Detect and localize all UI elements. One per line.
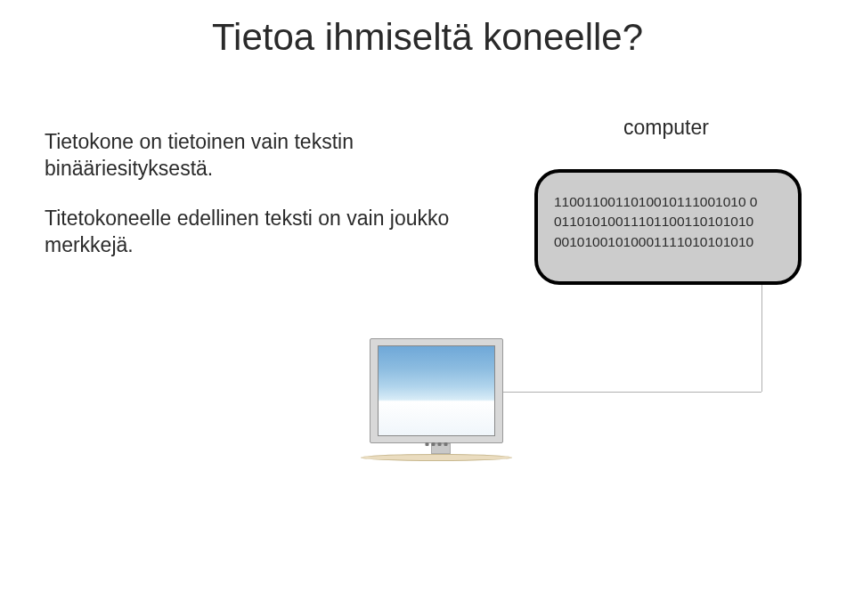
monitor-button <box>444 442 448 446</box>
binary-text: 1100110011010010111001010 0 011010100111… <box>554 192 782 252</box>
paragraph-2: Titetokoneelle edellinen teksti on vain … <box>45 206 454 259</box>
page-title: Tietoa ihmiseltä koneelle? <box>0 16 855 59</box>
monitor-stand-base <box>361 454 512 461</box>
connector-vertical <box>761 285 762 392</box>
monitor-button <box>432 442 436 446</box>
body-text: Tietokone on tietoinen vain tekstin binä… <box>45 129 454 282</box>
monitor-button <box>426 442 429 446</box>
monitor-frame <box>370 338 503 443</box>
monitor-screen <box>378 345 495 436</box>
monitor-buttons <box>426 442 448 446</box>
connector-horizontal <box>503 392 761 393</box>
computer-monitor-icon <box>370 338 512 461</box>
paragraph-1: Tietokone on tietoinen vain tekstin binä… <box>45 129 454 182</box>
binary-line-2: 01101010011101100110101010 <box>554 212 782 231</box>
binary-line-1: 1100110011010010111001010 0 <box>554 192 782 212</box>
speech-bubble: 1100110011010010111001010 0 011010100111… <box>534 169 802 285</box>
monitor-button <box>438 442 442 446</box>
binary-line-3: 00101001010001111010101010 <box>554 232 782 252</box>
computer-label: computer <box>623 116 709 140</box>
